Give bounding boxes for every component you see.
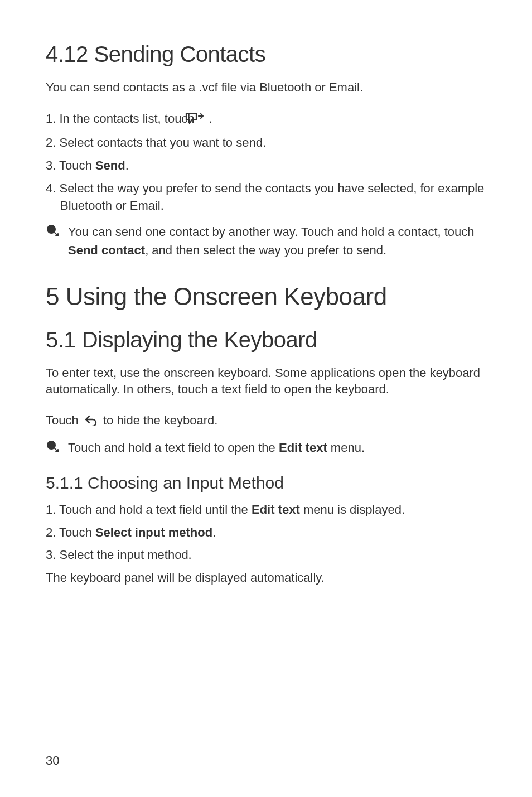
list-prefix: 1. — [46, 112, 59, 125]
list-text: . — [206, 112, 212, 125]
list-item: 3. Touch Send. — [46, 157, 486, 175]
text: menu. — [327, 441, 365, 455]
back-icon — [84, 414, 98, 431]
share-contact-icon — [200, 112, 204, 129]
list-item: 4. Select the way you prefer to send the… — [46, 180, 486, 215]
list-item: 1. In the contacts list, touch . — [46, 110, 486, 129]
list-text: . — [125, 158, 129, 172]
ordered-list: 1. Touch and hold a text field until the… — [46, 501, 486, 564]
list-prefix: 4. — [46, 181, 59, 195]
list-item: 2. Select contacts that you want to send… — [46, 134, 486, 152]
text: to hide the keyboard. — [103, 413, 217, 427]
list-text: In the contacts list, touch — [59, 112, 197, 125]
paragraph: The keyboard panel will be displayed aut… — [46, 569, 486, 586]
page-number: 30 — [46, 753, 59, 768]
list-text: Select contacts that you want to send. — [59, 136, 266, 149]
text: You can send one contact by another way.… — [68, 225, 475, 239]
note-text: Touch and hold a text field to open the … — [68, 438, 365, 457]
list-text: Select the input method. — [59, 548, 191, 562]
list-prefix: 2. — [46, 525, 59, 539]
list-text: Touch — [59, 158, 95, 172]
tip-icon — [46, 439, 60, 456]
bold-text: Edit text — [252, 503, 300, 516]
heading-5-1-1: 5.1.1 Choosing an Input Method — [46, 474, 486, 492]
bold-text: Send contact — [68, 243, 145, 257]
list-item: 2. Touch Select input method. — [46, 524, 486, 542]
list-item: 1. Touch and hold a text field until the… — [46, 501, 486, 519]
text: Touch — [46, 413, 82, 427]
bold-text: Edit text — [279, 441, 327, 455]
list-text: menu is displayed. — [300, 503, 405, 516]
document-page: 4.12 Sending Contacts You can send conta… — [0, 0, 532, 797]
paragraph: Touch to hide the keyboard. — [46, 412, 486, 431]
list-item: 3. Select the input method. — [46, 547, 486, 564]
list-prefix: 3. — [46, 158, 59, 172]
note-block: You can send one contact by another way.… — [46, 223, 486, 259]
ordered-list: 1. In the contacts list, touch . 2. Sele… — [46, 110, 486, 215]
list-text: Touch and hold a text field until the — [59, 503, 252, 516]
heading-5: 5 Using the Onscreen Keyboard — [46, 283, 486, 311]
list-prefix: 2. — [46, 136, 59, 149]
note-block: Touch and hold a text field to open the … — [46, 438, 486, 457]
list-prefix: 1. — [46, 503, 59, 516]
bold-text: Select input method — [95, 525, 212, 539]
note-text: You can send one contact by another way.… — [68, 223, 486, 259]
heading-4-12: 4.12 Sending Contacts — [46, 42, 486, 67]
text: Touch and hold a text field to open the — [68, 441, 279, 455]
bold-text: Send — [95, 158, 125, 172]
text: , and then select the way you prefer to … — [145, 243, 386, 257]
list-text: Touch — [59, 525, 95, 539]
heading-5-1: 5.1 Displaying the Keyboard — [46, 327, 486, 352]
list-text: . — [212, 525, 216, 539]
tip-icon — [46, 224, 60, 240]
list-text: Select the way you prefer to send the co… — [59, 181, 484, 212]
paragraph: To enter text, use the onscreen keyboard… — [46, 365, 486, 398]
list-prefix: 3. — [46, 548, 59, 562]
paragraph: You can send contacts as a .vcf file via… — [46, 79, 486, 96]
